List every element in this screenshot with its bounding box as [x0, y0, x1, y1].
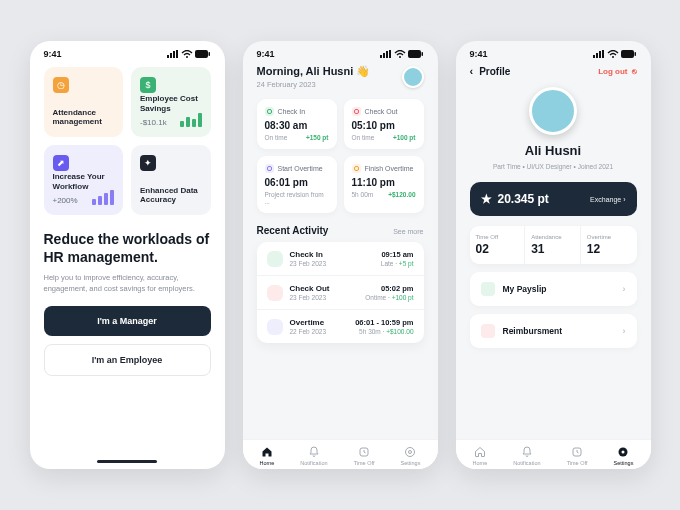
manager-button[interactable]: I'm a Manager	[44, 306, 211, 336]
chevron-right-icon: ›	[623, 326, 626, 336]
svg-rect-18	[596, 53, 598, 58]
reimbursement-icon	[481, 324, 495, 338]
activity-points: +$100.00	[386, 328, 413, 335]
date-text: 24 February 2023	[257, 80, 371, 89]
gear-icon	[404, 446, 416, 458]
status-indicators	[593, 50, 637, 58]
svg-rect-9	[386, 51, 388, 58]
avatar[interactable]	[529, 87, 577, 135]
stat-value: 12	[587, 242, 631, 256]
logout-button[interactable]: Log out ⎋	[598, 67, 636, 76]
see-more-link[interactable]: See more	[393, 228, 423, 235]
svg-point-15	[409, 451, 412, 454]
activity-date: 23 Feb 2023	[290, 260, 374, 267]
bell-icon	[521, 446, 533, 458]
stats-row: Time Off02 Attendance31 Overtime12	[470, 226, 637, 264]
star-icon: ★	[481, 192, 492, 206]
stat-overtime[interactable]: Overtime12	[581, 226, 637, 264]
tile-workflow[interactable]: ⬈ Increase Your Workflow +200%	[44, 145, 124, 215]
card-status: 5h 00m	[352, 191, 374, 198]
bar-sparkline	[92, 190, 114, 205]
svg-rect-22	[621, 50, 634, 58]
tile-label: Increase Your Workflow	[53, 172, 115, 191]
user-name: Ali Husni	[470, 143, 637, 158]
activity-title: Check In	[290, 250, 374, 259]
status-time: 9:41	[470, 49, 488, 59]
activity-item[interactable]: Check Out23 Feb 2023 05:02 pmOntime · +1…	[257, 276, 424, 310]
status-indicators	[167, 50, 211, 58]
tab-home[interactable]: Home	[260, 446, 275, 466]
back-icon[interactable]: ‹	[470, 65, 474, 77]
page-title-row: ‹ Profile	[470, 65, 511, 77]
link-label: My Payslip	[503, 284, 547, 294]
svg-rect-7	[380, 55, 382, 58]
status-bar: 9:41	[243, 41, 438, 61]
home-icon	[474, 446, 486, 458]
link-reimbursement[interactable]: Reimbursment ›	[470, 314, 637, 348]
payslip-icon	[481, 282, 495, 296]
onboarding-body: ◷ Attendance management $ Employee Cost …	[30, 61, 225, 376]
tab-label: Notification	[300, 460, 327, 466]
card-label: Check Out	[365, 108, 398, 115]
tab-settings[interactable]: Settings	[614, 446, 634, 466]
card-label: Check In	[278, 108, 306, 115]
tab-time-off[interactable]: Time Off	[354, 446, 375, 466]
stat-attendance[interactable]: Attendance31	[525, 226, 581, 264]
card-finish-overtime[interactable]: Finish Overtime 11:10 pm 5h 00m+$120.00	[344, 156, 424, 213]
activity-time: 05:02 pm	[365, 284, 413, 293]
workflow-icon: ⬈	[53, 155, 69, 171]
tab-bar: Home Notification Time Off Settings	[456, 439, 651, 469]
card-start-overtime[interactable]: Start Overtime 06:01 pm Project revision…	[257, 156, 337, 213]
activity-item[interactable]: Check In23 Feb 2023 09:15 amLate · +5 pt	[257, 242, 424, 276]
check-out-icon	[352, 107, 361, 116]
wifi-icon	[181, 50, 193, 58]
profile-header: ‹ Profile Log out ⎋	[470, 65, 637, 77]
activity-item[interactable]: Overtime22 Feb 2023 06:01 - 10:59 pm5h 3…	[257, 310, 424, 343]
check-in-icon	[265, 107, 274, 116]
tab-label: Settings	[614, 460, 634, 466]
clock-icon	[358, 446, 370, 458]
stat-label: Time Off	[476, 234, 519, 240]
tab-time-off[interactable]: Time Off	[567, 446, 588, 466]
tile-label: Attendance management	[53, 108, 115, 127]
svg-rect-3	[176, 50, 178, 58]
tile-cost-savings[interactable]: $ Employee Cost Savings -$10.1k	[131, 67, 211, 137]
feature-grid: ◷ Attendance management $ Employee Cost …	[44, 67, 211, 215]
tab-label: Notification	[513, 460, 540, 466]
svg-rect-10	[389, 50, 391, 58]
dollar-icon: $	[140, 77, 156, 93]
activity-status: 5h 30m	[359, 328, 381, 335]
card-check-out[interactable]: Check Out 05:10 pm On time+100 pt	[344, 99, 424, 149]
tile-accuracy[interactable]: ✦ Enhanced Data Accuracy	[131, 145, 211, 215]
exchange-button[interactable]: Exchange ›	[590, 196, 625, 203]
tile-label: Enhanced Data Accuracy	[140, 186, 202, 205]
card-check-in[interactable]: Check In 08:30 am On time+150 pt	[257, 99, 337, 149]
svg-rect-2	[173, 51, 175, 58]
activity-status: Ontime	[365, 294, 386, 301]
link-my-payslip[interactable]: My Payslip ›	[470, 272, 637, 306]
avatar[interactable]	[402, 66, 424, 88]
svg-rect-12	[408, 50, 421, 58]
tile-attendance[interactable]: ◷ Attendance management	[44, 67, 124, 137]
svg-rect-8	[383, 53, 385, 58]
tab-notification[interactable]: Notification	[513, 446, 540, 466]
clock-icon	[571, 446, 583, 458]
points-card: ★20.345 pt Exchange ›	[470, 182, 637, 216]
stat-label: Attendance	[531, 234, 574, 240]
status-indicators	[380, 50, 424, 58]
stat-label: Overtime	[587, 234, 631, 240]
svg-rect-19	[599, 51, 601, 58]
battery-icon	[195, 50, 211, 58]
stat-time-off[interactable]: Time Off02	[470, 226, 526, 264]
card-time: 06:01 pm	[265, 177, 329, 188]
card-time: 11:10 pm	[352, 177, 416, 188]
svg-rect-17	[593, 55, 595, 58]
tab-settings[interactable]: Settings	[401, 446, 421, 466]
employee-button[interactable]: I'm an Employee	[44, 344, 211, 376]
tab-notification[interactable]: Notification	[300, 446, 327, 466]
tab-home[interactable]: Home	[473, 446, 488, 466]
tab-label: Time Off	[567, 460, 588, 466]
svg-rect-5	[195, 50, 208, 58]
logout-label: Log out	[598, 67, 627, 76]
link-label: Reimbursment	[503, 326, 563, 336]
